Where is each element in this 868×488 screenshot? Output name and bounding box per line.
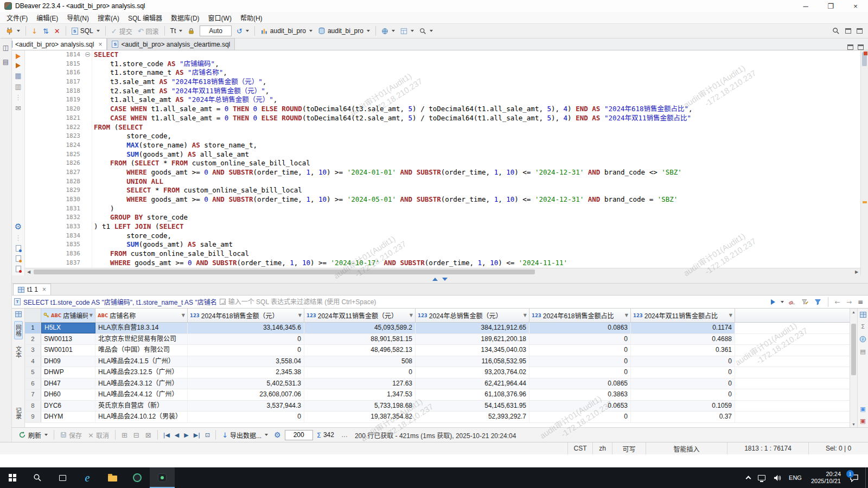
menu-item-7[interactable]: 帮助(H) bbox=[236, 12, 267, 23]
code-line-1833[interactable]: 1833) t1 LEFT JOIN (SELECT bbox=[25, 222, 860, 232]
close-results-tab-icon[interactable]: × bbox=[42, 286, 46, 293]
row-number[interactable]: 1 bbox=[25, 323, 41, 333]
column-header-5[interactable]: 1232024年618销售金额占比▼ bbox=[529, 309, 631, 322]
file-explorer-button[interactable] bbox=[100, 467, 125, 488]
code-line-1828[interactable]: 1828 UNION ALL bbox=[25, 177, 860, 187]
editor-vertical-scrollbar[interactable] bbox=[860, 50, 868, 275]
row-number[interactable]: 7 bbox=[25, 389, 41, 400]
volume-button[interactable] bbox=[769, 467, 785, 488]
code-line-1832[interactable]: 1832 GROUP BY store_code bbox=[25, 213, 860, 222]
perspective-button[interactable] bbox=[843, 27, 853, 35]
chevron-down-icon[interactable] bbox=[17, 30, 20, 32]
cell-r2c5[interactable]: 0 bbox=[529, 334, 631, 345]
code-line-1820[interactable]: 1820 CASE WHEN t1.all_sale_amt = 0 THEN … bbox=[25, 105, 860, 114]
schema-panel-button[interactable] bbox=[398, 26, 416, 36]
cell-r6c0[interactable]: DH47 bbox=[41, 378, 95, 389]
close-button[interactable]: × bbox=[843, 0, 868, 12]
gear-icon[interactable]: ⚙ bbox=[15, 223, 22, 230]
column-header-1[interactable]: ABC店铺名称▼ bbox=[95, 309, 188, 322]
menu-item-4[interactable]: SQL 编辑器 bbox=[124, 12, 167, 23]
row-number[interactable]: 6 bbox=[25, 378, 41, 389]
refresh-button[interactable]: 刷新 bbox=[16, 429, 50, 441]
chevron-down-icon[interactable] bbox=[781, 301, 784, 303]
column-header-2[interactable]: 1232024年618销售金额（元）▼ bbox=[188, 309, 304, 322]
chevron-down-icon[interactable] bbox=[179, 30, 182, 32]
code-line-1836[interactable]: 1836 FROM custom_online_sale_bill_local bbox=[25, 249, 860, 259]
cell-r5c4[interactable]: 93,203,764.02 bbox=[416, 367, 529, 378]
cell-r1c0[interactable]: H5LX bbox=[41, 323, 95, 333]
mail-export-icon[interactable]: ✉ bbox=[15, 105, 21, 112]
globe-button[interactable] bbox=[379, 26, 397, 36]
row-number[interactable]: 4 bbox=[25, 356, 41, 367]
network-button[interactable] bbox=[754, 467, 769, 488]
cell-r5c2[interactable]: 2,345.38 bbox=[188, 367, 304, 378]
task-view-button[interactable] bbox=[50, 467, 75, 488]
taskbar-search-button[interactable] bbox=[25, 467, 50, 488]
projects-panel-icon[interactable]: ▤ bbox=[3, 58, 9, 66]
table-row-2[interactable]: 2SW00113北京京东世纪贸易有限公司088,901,581.15189,62… bbox=[25, 334, 850, 345]
stop-button[interactable]: ✕ bbox=[52, 26, 62, 36]
minimize-editor-icon[interactable] bbox=[847, 44, 853, 50]
transaction-log-button[interactable]: ↺ bbox=[234, 26, 251, 36]
save-button[interactable]: 保存 bbox=[58, 429, 84, 441]
cell-r5c3[interactable]: 0 bbox=[304, 367, 416, 378]
cell-r6c2[interactable]: 5,402,531.3 bbox=[188, 378, 304, 389]
overview-warning-marker[interactable] bbox=[863, 201, 867, 203]
fetch-size-input[interactable] bbox=[285, 430, 313, 440]
last-row-button[interactable]: ▶| bbox=[192, 431, 202, 440]
cell-r3c5[interactable]: 0 bbox=[529, 345, 631, 356]
code-line-1826[interactable]: 1826 FROM (SELECT * FROM custom_online_s… bbox=[25, 159, 860, 168]
row-number[interactable]: 3 bbox=[25, 345, 41, 356]
code-line-1831[interactable]: 1831 ) bbox=[25, 204, 860, 214]
cell-r8c2[interactable]: 3,537,944.3 bbox=[188, 401, 304, 412]
cell-r9c1[interactable]: HLA唯品会24.10.12（男装） bbox=[95, 412, 188, 422]
maximize-editor-icon[interactable] bbox=[858, 44, 864, 50]
cell-r7c6[interactable]: 0 bbox=[631, 389, 735, 400]
pinned-app-button[interactable] bbox=[125, 467, 150, 488]
overview-error-marker[interactable] bbox=[864, 52, 867, 55]
filter-menu-button[interactable]: ≡ bbox=[856, 298, 865, 306]
cell-r8c0[interactable]: DYC6 bbox=[41, 401, 95, 412]
lock-button[interactable] bbox=[186, 26, 197, 36]
dbeaver-taskbar-button[interactable] bbox=[150, 467, 175, 488]
cell-r9c5[interactable]: 0 bbox=[529, 412, 631, 422]
horizontal-scroll-thumb[interactable] bbox=[34, 269, 535, 274]
cell-r1c6[interactable]: 0.1174 bbox=[631, 323, 735, 333]
chevron-down-icon[interactable] bbox=[309, 30, 312, 32]
sync-button[interactable]: ⇅ bbox=[41, 26, 51, 36]
grid-scroll-thumb[interactable] bbox=[851, 324, 856, 375]
chevron-down-icon[interactable] bbox=[430, 30, 433, 32]
table-row-9[interactable]: 9DHYMHLA唯品会24.10.12（男装）019,387,354.8252,… bbox=[25, 412, 850, 423]
cell-r1c4[interactable]: 384,121,912.65 bbox=[416, 323, 529, 333]
calc-panel-icon[interactable]: Σ bbox=[861, 324, 865, 330]
taskbar-clock[interactable]: 20:24 2025/10/21 bbox=[806, 467, 846, 488]
table-row-7[interactable]: 7DH60HLA唯品会24.4.12（广州）23,608,007.061,347… bbox=[25, 389, 850, 401]
editor-results-splitter[interactable] bbox=[0, 275, 868, 284]
chevron-down-icon[interactable] bbox=[367, 30, 370, 32]
cell-r7c5[interactable]: 0.3863 bbox=[529, 389, 631, 400]
column-filter-icon[interactable]: ▼ bbox=[182, 313, 185, 318]
cell-r8c4[interactable]: 54,145,631.95 bbox=[416, 401, 529, 412]
results-tab[interactable]: t1 1 × bbox=[13, 284, 51, 295]
cell-r3c3[interactable]: 48,496,582.13 bbox=[304, 345, 416, 356]
cell-r4c2[interactable]: 3,558.04 bbox=[188, 356, 304, 367]
cell-r6c1[interactable]: HLA唯品会24.3.12（广州） bbox=[95, 378, 188, 389]
code-line-1823[interactable]: 1823 store_code, bbox=[25, 132, 860, 141]
cell-r7c4[interactable]: 61,108,376.96 bbox=[416, 389, 529, 400]
save-to-file-icon[interactable] bbox=[16, 245, 21, 252]
cell-r9c3[interactable]: 19,387,354.82 bbox=[304, 412, 416, 422]
code-line-1837[interactable]: 1837 WHERE goods_amt >= 0 AND SUBSTR(ord… bbox=[25, 259, 860, 268]
row-number[interactable]: 2 bbox=[25, 334, 41, 345]
maximize-button[interactable]: ❐ bbox=[818, 0, 843, 12]
cell-r5c0[interactable]: DHWP bbox=[41, 367, 95, 378]
start-button[interactable] bbox=[0, 467, 25, 488]
value-viewer-icon[interactable] bbox=[860, 312, 866, 318]
editor-tab-1[interactable]: S<audit_bi_pro> analysis_cleartime.sql bbox=[107, 38, 235, 50]
code-lines[interactable]: 1814SELECT1815 t1.store_code AS "店铺编码",1… bbox=[25, 50, 860, 268]
cell-r8c1[interactable]: 英氏京东自营店（新） bbox=[95, 401, 188, 412]
cell-r1c5[interactable]: 0.0863 bbox=[529, 323, 631, 333]
scroll-right-icon[interactable]: ▶ bbox=[853, 268, 860, 275]
cell-r2c1[interactable]: 北京京东世纪贸易有限公司 bbox=[95, 334, 188, 345]
explain-plan-icon[interactable]: ▦ bbox=[15, 72, 21, 79]
delete-file-icon[interactable] bbox=[16, 266, 21, 272]
